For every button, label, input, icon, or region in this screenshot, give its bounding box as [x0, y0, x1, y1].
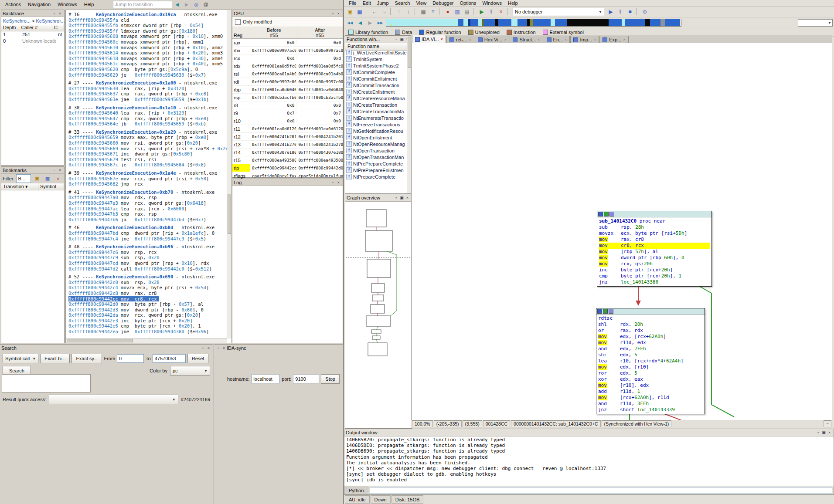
trace-line[interactable]: 0xfffff800c994563e jae 0xfffff800c994565… — [68, 97, 227, 102]
to-input[interactable]: 47570053 — [153, 354, 186, 363]
trace-line[interactable]: 0xfffff800c9945682 jmp rcx — [68, 181, 227, 187]
start-process-icon[interactable]: ▶ — [606, 7, 616, 16]
pause-process-icon[interactable]: ‖ — [616, 7, 625, 16]
column-header-depth[interactable]: Depth — [1, 24, 19, 31]
menu-item-help[interactable]: Help — [505, 0, 521, 6]
trace-line[interactable]: 0xfffff800c9945618 movaps xmmword ptr [r… — [68, 56, 227, 61]
close-icon[interactable]: × — [565, 37, 567, 42]
trace-line[interactable]: 0xfffff800c99442c0 sub rsp, 0x28 — [68, 280, 227, 285]
cpu-register-row[interactable]: rip0xfffff800c99442cc0xfffff800c99442d0 — [232, 164, 343, 172]
close-icon[interactable]: × — [221, 345, 227, 351]
make-data-icon[interactable]: ▦ — [419, 7, 428, 16]
asm-line[interactable]: incbyte ptr [rcx+20h] — [599, 267, 710, 273]
graph-view-canvas[interactable]: sub_1401432C0 proc nearsubrsp, 28hmovzxe… — [411, 43, 832, 421]
function-list-item[interactable]: fNtPrePrepareComplete — [345, 160, 407, 167]
nav-first-icon[interactable]: ◀◀ — [345, 19, 355, 27]
search-results-list[interactable] — [2, 374, 91, 392]
vertical-scrollbar[interactable] — [227, 10, 231, 338]
nav-back-icon[interactable]: ◀ — [172, 1, 182, 8]
collapse-icon[interactable] — [598, 212, 603, 216]
search-combo[interactable]: ▼ — [798, 19, 833, 27]
tab-exp[interactable]: Exp...× — [599, 36, 628, 43]
tab-en[interactable]: En...× — [544, 36, 570, 43]
undock-icon[interactable]: ▫ — [815, 430, 821, 435]
color-icon[interactable] — [609, 212, 614, 216]
cpu-register-row[interactable]: r80x00x0 — [232, 101, 343, 109]
close-icon[interactable]: × — [469, 37, 471, 42]
cpu-register-row[interactable]: r140xffffe0004307e1800xffffe0004307e180 — [232, 149, 343, 156]
search-type-select[interactable]: Symbol call▼ — [3, 354, 38, 363]
function-list-item[interactable]: fNtCommitEnlistment — [345, 75, 407, 82]
menu-item-windows[interactable]: Windows — [479, 0, 505, 6]
asm-line[interactable]: movedx, [rcx+62A0h] — [598, 334, 703, 340]
collapse-icon[interactable] — [597, 309, 602, 314]
registers-icon[interactable]: ▥ — [453, 7, 462, 16]
undock-icon[interactable]: ▫ — [215, 345, 221, 351]
trace-line[interactable]: 0xfffff800c99447c9 sub rsp, 0x20 — [68, 255, 227, 260]
cpu-register-row[interactable]: r90x70x7 — [232, 109, 343, 117]
close-icon[interactable]: × — [827, 430, 832, 435]
trace-line[interactable]: 0xfffff800c99447cd mov qword ptr [rsp + … — [68, 260, 227, 266]
undock-icon[interactable]: ▫ — [393, 37, 399, 42]
symbol-lookup-icon[interactable]: @ — [201, 1, 211, 8]
nav-last-icon[interactable]: ▶▶ — [375, 19, 385, 27]
trace-line[interactable]: 0xfffff800c99447b3 cmp rax, rsp — [68, 211, 227, 217]
asm-line[interactable]: movrax, cr8 — [599, 237, 710, 243]
column-header-c[interactable]: C — [52, 24, 64, 31]
save-file-icon[interactable]: ▦ — [355, 7, 364, 16]
trace-line[interactable]: 0xfffff800c99447b6 ja 0xfffff800c99447bd… — [68, 217, 227, 223]
maximize-icon[interactable]: ▣ — [399, 37, 405, 42]
trace-line[interactable]: 0xfffff800c99442d0 mov byte ptr [rbp - 0… — [68, 301, 227, 307]
trace-line[interactable]: 0xfffff800c994564e jb 0xfffff800c9945659… — [68, 121, 227, 127]
asm-line[interactable]: mov[rbp-57h], al — [599, 249, 710, 255]
trace-line[interactable]: 0xfffff800c99442c8 mov rax, cr8 — [68, 291, 227, 296]
close-icon[interactable]: × — [623, 37, 625, 42]
nav-back-icon[interactable]: ◀ — [355, 19, 365, 27]
function-list-item[interactable]: fNtCreateEnlistment — [345, 88, 407, 95]
python-tab[interactable]: Python — [344, 486, 368, 494]
trace-line[interactable]: 0xfffff800c99442ea jne 0xfffff800c994438… — [68, 329, 227, 335]
trace-line[interactable]: 0xfffff800c99455ff ldmxcsr dword ptr gs:… — [68, 28, 227, 34]
asm-line[interactable]: rdtsc — [598, 315, 703, 321]
function-list-item[interactable]: fj_WerLiveKernelInitSyste — [345, 49, 407, 56]
function-list-item[interactable]: fTmInitSystem — [345, 56, 407, 62]
trace-line[interactable]: 0xfffff800c9945660 mov rsi, qword ptr gs… — [68, 140, 227, 146]
function-list-item[interactable]: fNtEnumerateTransactio — [345, 115, 407, 121]
cancel-analysis-icon[interactable]: × — [496, 7, 506, 16]
asm-line[interactable]: lear10, [rcx+rdx*4+62A4h] — [598, 358, 703, 364]
cpu-register-row[interactable]: rsp0xfffff800cb3acfb00xfffff800cb3acfb0 — [232, 94, 343, 101]
nav-forward-icon[interactable]: ▶ — [365, 19, 375, 27]
cpu-register-row[interactable]: rbp0xffffd001ea0d60400xffffd001ea0d6040 — [232, 86, 343, 94]
trace-line[interactable]: 0xfffff800c99455fa cld — [68, 17, 227, 23]
cpu-register-row[interactable]: rsi0xfffff800ca01a4b00xfffff800ca01a4b0 — [232, 70, 343, 78]
only-modified-checkbox[interactable] — [235, 19, 241, 25]
close-icon[interactable]: × — [504, 37, 506, 42]
asm-line[interactable]: movdword ptr [rbp-60h], 0 — [599, 255, 710, 261]
asm-line[interactable]: subrsp, 28h — [599, 224, 710, 230]
asm-line[interactable]: movrcx, gs:20h — [599, 261, 710, 267]
reset-button[interactable]: Reset — [187, 354, 209, 363]
function-list-item[interactable]: fNtPrepareComplete — [345, 173, 407, 180]
close-icon[interactable]: × — [336, 180, 341, 185]
graph-node[interactable]: rdtscshlrdx, 20horrax, rdxmovedx, [rcx+6… — [596, 308, 705, 414]
menu-item-debugger[interactable]: Debugger — [429, 0, 456, 6]
python-input[interactable] — [370, 487, 832, 494]
color-by-select[interactable]: pc▼ — [170, 366, 210, 375]
segments-icon[interactable]: ▤ — [462, 7, 472, 16]
trace-line[interactable]: 0xfffff800c994560c movaps xmmword ptr [r… — [68, 39, 227, 45]
function-list-item[interactable]: fNtPrePrepareEnlistmen — [345, 167, 407, 173]
asm-line[interactable]: mov[r10], edx — [598, 382, 703, 389]
tab-struct[interactable]: Struct...× — [510, 36, 543, 43]
function-list-item[interactable]: fNtCreateTransaction — [345, 101, 407, 108]
trace-line[interactable]: 0xfffff800c99447a3 mov rcx, qword ptr gs… — [68, 200, 227, 206]
trace-line[interactable]: 0xfffff800c99447c4 jne 0xfffff800c99447c… — [68, 236, 227, 242]
nav-forward-icon[interactable]: ▶ — [182, 1, 191, 8]
column-header-transition[interactable]: Transition ▾ — [1, 183, 38, 190]
cpu-register-row[interactable]: r150xffffc000ea4935000xffffc000ea493500 — [232, 156, 343, 164]
trace-line[interactable]: 0xfffff800c99442da mov rcx, qword ptr gs… — [68, 312, 227, 318]
jump-down-icon[interactable]: ↓ — [404, 7, 413, 16]
trace-line[interactable]: 0xfffff800c99442e6 cmp byte ptr [rcx + 0… — [68, 323, 227, 329]
tab-ida-vi[interactable]: IDA Vi...× — [412, 35, 446, 43]
trace-line[interactable]: 0xfffff800c9945647 cmp rax, qword ptr [r… — [68, 116, 227, 122]
cpu-register-row[interactable]: rdx0xffffd001ea0d5fc00xffffd001ea0d5fc0 — [232, 62, 343, 70]
